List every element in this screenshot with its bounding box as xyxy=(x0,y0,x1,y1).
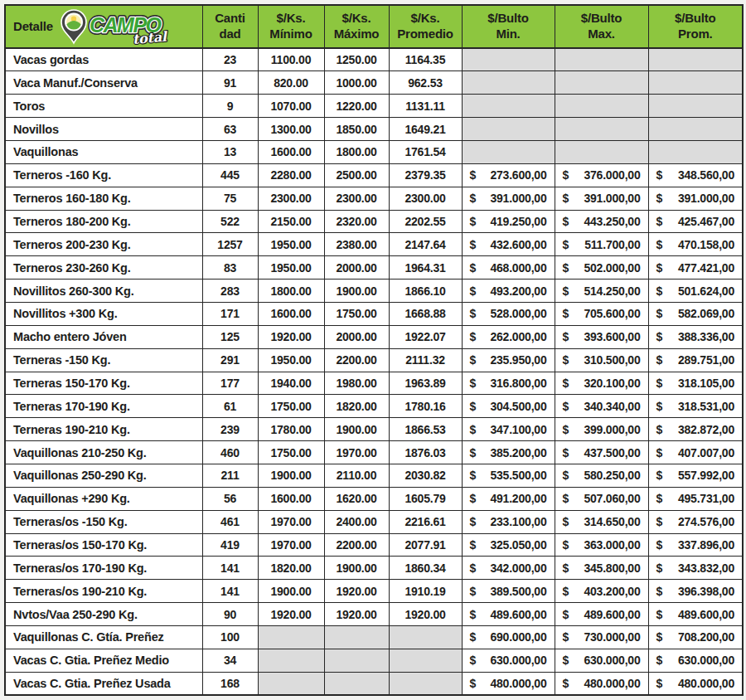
money-value: 502.000,00 xyxy=(584,261,640,275)
cell-ks-promedio: 2147.64 xyxy=(389,233,462,256)
cell-ks-promedio: 1668.88 xyxy=(389,302,462,325)
money-value: 342.000,00 xyxy=(490,561,546,575)
cell-ks-promedio: 1649.21 xyxy=(389,118,462,141)
currency-symbol: $ xyxy=(656,215,663,228)
cell-cantidad: 61 xyxy=(202,395,258,418)
money-value: 391.000,00 xyxy=(678,192,734,205)
money-value: 493.200,00 xyxy=(490,284,546,298)
cell-ks-promedio: 1964.31 xyxy=(389,256,462,280)
currency-symbol: $ xyxy=(470,284,477,298)
money-value: 347.100,00 xyxy=(490,423,546,436)
money-value: 348.560,00 xyxy=(678,168,734,182)
currency-symbol: $ xyxy=(470,261,477,275)
currency-symbol: $ xyxy=(656,538,663,552)
currency-symbol: $ xyxy=(563,538,569,552)
money-value: 393.600,00 xyxy=(584,330,640,343)
currency-symbol: $ xyxy=(563,630,569,644)
money-value: 318.531,00 xyxy=(678,400,734,413)
table-row: Terneras/os 170-190 Kg.1411820.001900.00… xyxy=(5,557,743,580)
cell-bulto-min: $419.250,00 xyxy=(462,210,555,233)
currency-symbol: $ xyxy=(563,608,569,621)
cell-cantidad: 90 xyxy=(202,603,258,626)
cell-bulto-max: $507.060,00 xyxy=(555,487,648,510)
cell-ks-minimo: 1920.00 xyxy=(258,603,324,626)
cell-ks-minimo: 1950.00 xyxy=(258,348,324,372)
currency-symbol: $ xyxy=(656,585,663,598)
currency-symbol: $ xyxy=(470,492,477,505)
cell-ks-minimo: 2150.00 xyxy=(258,210,324,233)
currency-symbol: $ xyxy=(656,400,663,413)
cell-bulto-max xyxy=(555,95,648,118)
cell-ks-promedio: 1780.16 xyxy=(389,395,462,418)
cell-bulto-max: $393.600,00 xyxy=(555,325,648,348)
cell-detalle: Toros xyxy=(5,95,202,118)
cell-bulto-max: $443.250,00 xyxy=(555,210,648,233)
cell-cantidad: 141 xyxy=(202,557,258,580)
money-value: 477.421,00 xyxy=(678,261,734,275)
cell-detalle: Terneros 180-200 Kg. xyxy=(5,210,202,233)
currency-symbol: $ xyxy=(470,608,477,621)
money-value: 480.000,00 xyxy=(678,677,734,690)
currency-symbol: $ xyxy=(563,284,569,298)
cell-detalle: Terneras 150-170 Kg. xyxy=(5,372,202,395)
currency-symbol: $ xyxy=(656,446,663,459)
table-row: Vaca Manuf./Conserva91820.001000.00962.5… xyxy=(5,71,743,95)
cell-cantidad: 23 xyxy=(202,48,258,71)
cell-detalle: Terneras 190-210 Kg. xyxy=(5,418,202,441)
cell-detalle: Macho entero Jóven xyxy=(5,325,202,348)
cell-detalle: Terneras -150 Kg. xyxy=(5,348,202,372)
currency-symbol: $ xyxy=(470,469,477,482)
cell-cantidad: 211 xyxy=(202,464,258,487)
cell-cantidad: 171 xyxy=(202,302,258,325)
currency-symbol: $ xyxy=(470,168,477,182)
money-value: 535.500,00 xyxy=(490,469,546,482)
header-row: Detalle CAMPO CAMPO total xyxy=(5,5,743,48)
cell-bulto-prom: $557.992,00 xyxy=(648,464,743,487)
money-value: 705.600,00 xyxy=(584,307,640,320)
cell-ks-minimo: 1940.00 xyxy=(258,372,324,395)
money-value: 396.398,00 xyxy=(678,585,734,598)
cell-cantidad: 461 xyxy=(202,510,258,533)
cell-bulto-prom: $480.000,00 xyxy=(648,672,743,695)
cell-ks-minimo: 1300.00 xyxy=(258,118,324,141)
cell-ks-minimo: 1750.00 xyxy=(258,441,324,464)
cell-bulto-prom: $318.531,00 xyxy=(648,395,743,418)
cell-bulto-min: $491.200,00 xyxy=(462,487,555,510)
money-value: 316.800,00 xyxy=(490,377,546,390)
cell-bulto-prom: $289.751,00 xyxy=(648,348,743,372)
table-row: Terneros 200-230 Kg.12571950.002380.0021… xyxy=(5,233,743,256)
cell-detalle: Terneras 170-190 Kg. xyxy=(5,395,202,418)
cell-bulto-max: $310.500,00 xyxy=(555,348,648,372)
money-value: 708.200,00 xyxy=(678,630,734,644)
currency-symbol: $ xyxy=(470,353,477,367)
money-value: 325.050,00 xyxy=(490,538,546,552)
cell-bulto-min: $493.200,00 xyxy=(462,280,555,303)
money-value: 304.500,00 xyxy=(490,400,546,413)
money-value: 391.000,00 xyxy=(584,192,640,205)
cell-bulto-max: $480.000,00 xyxy=(555,672,648,695)
money-value: 419.250,00 xyxy=(490,215,546,228)
money-value: 310.500,00 xyxy=(584,353,640,367)
cell-ks-minimo: 1780.00 xyxy=(258,418,324,441)
money-value: 320.100,00 xyxy=(584,377,640,390)
currency-symbol: $ xyxy=(563,515,569,528)
table-body: Vacas gordas231100.001250.001164.35Vaca … xyxy=(5,48,743,695)
money-value: 557.992,00 xyxy=(678,469,734,482)
cell-ks-maximo: 1750.00 xyxy=(324,302,389,325)
money-value: 630.000,00 xyxy=(584,654,640,667)
money-value: 528.000,00 xyxy=(490,307,546,320)
money-value: 273.600,00 xyxy=(490,168,546,182)
cell-bulto-min: $316.800,00 xyxy=(462,372,555,395)
cell-ks-minimo: 1100.00 xyxy=(258,48,324,71)
currency-symbol: $ xyxy=(563,261,569,275)
cell-detalle: Novillos xyxy=(5,118,202,141)
cell-ks-minimo: 1820.00 xyxy=(258,557,324,580)
cell-ks-promedio: 2300.00 xyxy=(389,187,462,210)
cell-bulto-prom: $582.069,00 xyxy=(648,302,743,325)
money-value: 489.600,00 xyxy=(584,608,640,621)
currency-symbol: $ xyxy=(656,423,663,436)
cell-ks-maximo: 1920.00 xyxy=(324,603,389,626)
table-row: Vaquillonas 250-290 Kg.2111900.002110.00… xyxy=(5,464,743,487)
currency-symbol: $ xyxy=(470,400,477,413)
cell-bulto-prom: $391.000,00 xyxy=(648,187,743,210)
